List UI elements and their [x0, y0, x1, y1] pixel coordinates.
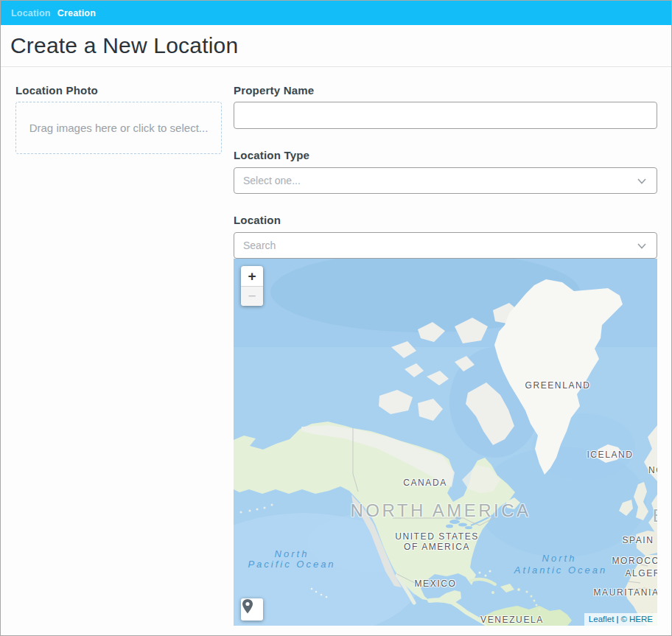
- location-search-select[interactable]: Search: [234, 232, 657, 259]
- property-name-label: Property Name: [234, 84, 314, 97]
- map-canvas: [234, 259, 657, 626]
- location-label: Location: [234, 214, 281, 226]
- location-type-label: Location Type: [234, 149, 309, 161]
- breadcrumb-bar: Location Creation: [1, 1, 671, 25]
- location-photo-label: Location Photo: [15, 84, 98, 97]
- property-name-input[interactable]: [234, 102, 657, 129]
- title-divider: [1, 66, 671, 67]
- zoom-out-button[interactable]: −: [241, 286, 263, 306]
- leaflet-map[interactable]: GREENLANDICELANDNORWAYCANADANORTH AMERIC…: [234, 259, 657, 626]
- attribution-separator: |: [616, 615, 618, 623]
- map-zoom-control: + −: [241, 266, 263, 306]
- leaflet-link[interactable]: Leaflet: [589, 615, 615, 623]
- zoom-in-button[interactable]: +: [241, 266, 263, 286]
- location-search-placeholder: Search: [243, 240, 276, 251]
- dropzone-hint-text: Drag images here or click to select...: [29, 122, 209, 134]
- breadcrumb-location[interactable]: Location: [11, 8, 51, 18]
- map-attribution: Leaflet|© HERE: [584, 613, 657, 626]
- breadcrumb-creation[interactable]: Creation: [57, 8, 96, 18]
- locate-button[interactable]: [241, 598, 263, 621]
- page-title: Create a New Location: [10, 33, 238, 58]
- create-location-page: { "breadcrumb": { "section": "Location",…: [0, 0, 672, 636]
- chevron-down-icon: [637, 239, 646, 252]
- location-type-select[interactable]: Select one...: [234, 167, 657, 194]
- chevron-down-icon: [637, 174, 646, 187]
- photo-dropzone[interactable]: Drag images here or click to select...: [15, 102, 222, 154]
- location-type-placeholder: Select one...: [243, 175, 301, 186]
- here-link[interactable]: © HERE: [620, 615, 653, 623]
